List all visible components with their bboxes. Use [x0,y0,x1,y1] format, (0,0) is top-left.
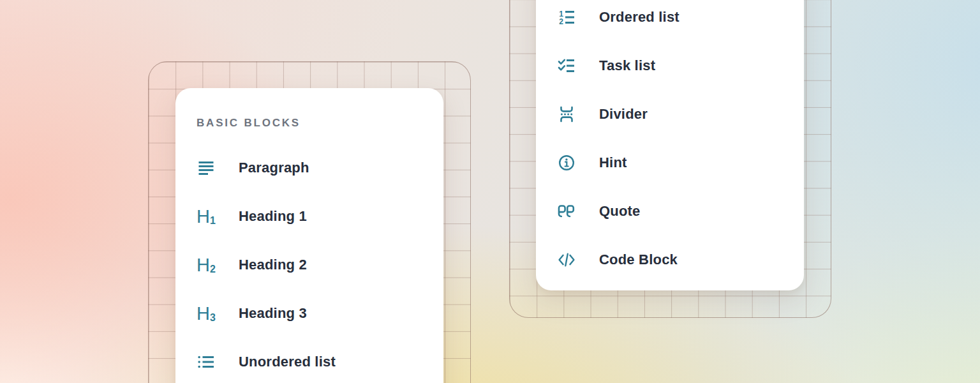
menu-item-label: Heading 3 [239,305,307,322]
hint-icon [557,153,576,172]
heading-1-icon: H1 [197,207,216,226]
basic-blocks-item-list: ParagraphH1Heading 1H2Heading 2H3Heading… [197,157,443,383]
menu-item-label: Task list [599,57,655,74]
task-list-icon [557,56,576,75]
menu-item-heading-2[interactable]: H2Heading 2 [197,254,443,276]
heading-2-icon: H2 [197,255,216,274]
menu-item-label: Quote [599,203,641,220]
menu-item-label: Heading 1 [239,208,307,225]
menu-item-divider[interactable]: Divider [557,103,804,125]
menu-item-label: Code Block [599,252,678,268]
more-blocks-item-list: 12Ordered listTask listDividerHintQuoteC… [557,6,804,297]
menu-item-label: Unordered list [239,354,336,370]
menu-item-ordered-list[interactable]: 12Ordered list [557,6,804,28]
basic-blocks-card: BASIC BLOCKS ParagraphH1Heading 1H2Headi… [175,88,443,383]
menu-item-quote[interactable]: Quote [557,200,804,222]
menu-item-heading-1[interactable]: H1Heading 1 [197,206,443,227]
svg-text:2: 2 [559,17,563,26]
paragraph-icon [197,158,216,177]
menu-item-label: Ordered list [599,9,679,26]
section-label: BASIC BLOCKS [197,117,443,129]
menu-item-heading-3[interactable]: H3Heading 3 [197,303,443,324]
ordered-list-icon: 12 [557,8,576,27]
menu-item-hint[interactable]: Hint [557,152,804,174]
menu-item-task-list[interactable]: Task list [557,55,804,77]
divider-icon [557,105,576,124]
menu-item-code-block[interactable]: Code Block [557,249,804,271]
code-block-icon [557,250,576,269]
menu-item-label: Hint [599,154,627,171]
menu-item-label: Paragraph [239,160,309,176]
unordered-list-icon [197,352,216,372]
menu-item-label: Divider [599,106,648,123]
more-blocks-card: 12Ordered listTask listDividerHintQuoteC… [536,0,804,290]
menu-item-paragraph[interactable]: Paragraph [197,157,443,179]
quote-icon [557,202,576,221]
heading-3-icon: H3 [197,304,216,323]
background-gradient: { "basic_blocks_card": { "section_label"… [0,0,980,383]
menu-item-unordered-list[interactable]: Unordered list [197,351,443,373]
menu-item-label: Heading 2 [239,257,307,273]
